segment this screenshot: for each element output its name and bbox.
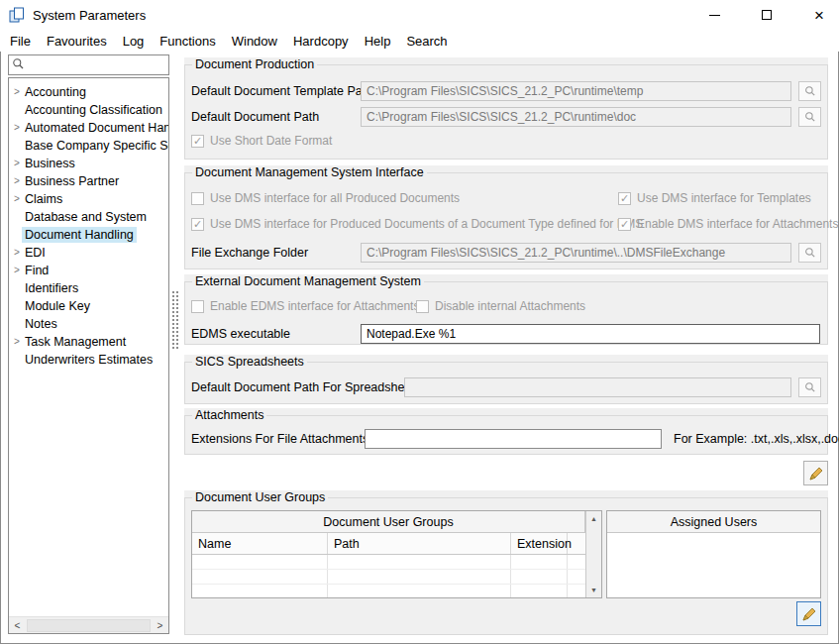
menu-log[interactable]: Log — [115, 31, 153, 52]
sidebar-item-underwriters-estimates[interactable]: Underwriters Estimates — [9, 351, 168, 369]
chevron-right-icon[interactable]: > — [9, 176, 21, 186]
search-input[interactable] — [28, 56, 168, 73]
sidebar-item-label: Identifiers — [22, 280, 81, 296]
grid-line — [567, 555, 568, 597]
sidebar-item-label: Business Partner — [22, 173, 122, 189]
chevron-right-icon[interactable]: > — [9, 123, 21, 133]
chevron-right-icon[interactable]: > — [9, 159, 21, 168]
column-header-extension: Extension — [511, 533, 568, 554]
menu-file[interactable]: File — [2, 31, 39, 52]
document-path-label: Default Document Path — [191, 107, 319, 127]
spreadsheet-path-label: Default Document Path For Spreadsheets — [191, 377, 421, 397]
window-title: System Parameters — [33, 8, 146, 23]
file-exchange-label: File Exchange Folder — [191, 243, 308, 263]
magnifier-icon — [804, 247, 816, 259]
group-document-production: Document Production Default Document Tem… — [184, 57, 828, 160]
magnifier-icon — [804, 85, 816, 97]
extensions-label: Extensions For File Attachments — [191, 429, 368, 449]
tree-horizontal-scrollbar[interactable]: < > — [9, 616, 168, 633]
group-external-dms: External Document Management System Enab… — [184, 274, 828, 345]
sidebar-item-task-management[interactable]: >Task Management — [9, 333, 168, 351]
menu-hardcopy[interactable]: Hardcopy — [285, 31, 357, 52]
chevron-right-icon[interactable]: > — [9, 194, 21, 204]
use-short-date-checkbox: ✓ Use Short Date Format — [191, 133, 332, 149]
close-icon: × — [814, 7, 824, 24]
checkbox-label: Use DMS interface for Templates — [637, 191, 811, 205]
sidebar-item-label: Document Handling — [22, 227, 137, 243]
menu-help[interactable]: Help — [357, 31, 399, 52]
scrollbar-thumb[interactable] — [27, 619, 151, 632]
checkbox-label: Enable EDMS interface for Attachments — [210, 299, 419, 313]
dms-attachments-checkbox: ✓ Enable DMS interface for Attachments — [618, 216, 838, 232]
extensions-field[interactable] — [365, 429, 662, 449]
sidebar-item-business-partner[interactable]: >Business Partner — [9, 172, 168, 190]
spreadsheet-path-field — [404, 377, 791, 397]
checkbox-box — [416, 300, 429, 313]
checkbox-label: Disable internal Attachments — [435, 299, 585, 313]
close-button[interactable]: × — [802, 0, 836, 30]
grid-header: Document User Groups — [192, 511, 585, 533]
scroll-down-icon[interactable]: ▼ — [590, 583, 597, 597]
scroll-left-icon[interactable]: < — [9, 620, 26, 631]
group-attachments: Attachments Extensions For File Attachme… — [184, 408, 828, 455]
chevron-right-icon[interactable]: > — [9, 248, 21, 258]
sidebar-item-automated-document-handling[interactable]: >Automated Document Handling — [9, 119, 168, 137]
minimize-button[interactable] — [697, 0, 731, 30]
group-title: External Document Management System — [192, 274, 424, 288]
column-header-name: Name — [192, 533, 328, 554]
magnifier-icon — [804, 111, 816, 123]
edit-attachments-button[interactable] — [803, 461, 828, 485]
minimize-icon — [709, 15, 720, 16]
menu-functions[interactable]: Functions — [152, 31, 223, 52]
group-sics-spreadsheets: SICS Spreadsheets Default Document Path … — [184, 355, 828, 404]
grid-vertical-scrollbar[interactable]: ▲ ▼ — [585, 511, 601, 597]
menu-search[interactable]: Search — [398, 31, 455, 52]
sidebar-item-accounting-classification[interactable]: Accounting Classification — [9, 101, 168, 119]
menu-window[interactable]: Window — [224, 31, 285, 52]
sidebar-item-document-handling[interactable]: Document Handling — [9, 226, 168, 244]
group-title: Attachments — [192, 408, 266, 422]
edms-executable-field[interactable] — [361, 324, 820, 344]
sidebar-item-accounting[interactable]: >Accounting — [9, 83, 168, 101]
sidebar-item-identifiers[interactable]: Identifiers — [9, 279, 168, 297]
checkbox-box: ✓ — [191, 218, 204, 231]
edms-executable-label: EDMS executable — [191, 324, 290, 344]
checkbox-box — [191, 192, 204, 205]
checkbox-box: ✓ — [191, 135, 204, 148]
chevron-right-icon[interactable]: > — [9, 337, 21, 347]
sidebar-item-label: Find — [22, 263, 52, 278]
checkbox-box: ✓ — [618, 218, 631, 231]
group-dms-interface: Document Management System Interface Use… — [184, 165, 828, 269]
menu-favourites[interactable]: Favourites — [39, 31, 115, 52]
grid-column-headers: Name Path Extension — [192, 533, 585, 555]
chevron-right-icon[interactable]: > — [9, 266, 21, 275]
grid-line — [327, 555, 328, 597]
sidebar-item-module-key[interactable]: Module Key — [9, 297, 168, 315]
chevron-right-icon[interactable]: > — [9, 87, 21, 97]
grid-line — [192, 569, 585, 570]
sidebar-search — [8, 54, 169, 75]
scroll-up-icon[interactable]: ▲ — [590, 511, 597, 526]
sidebar-item-claims[interactable]: >Claims — [9, 190, 168, 208]
checkbox-box: ✓ — [618, 192, 631, 205]
sidebar-item-find[interactable]: >Find — [9, 262, 168, 279]
document-path-browse-button — [798, 107, 821, 127]
edit-document-user-groups-button[interactable] — [796, 601, 821, 626]
template-path-field — [361, 81, 791, 101]
maximize-icon — [762, 10, 772, 20]
checkbox-label: Use DMS interface for Produced Documents… — [210, 217, 643, 231]
sidebar-item-base-company-specific-settings[interactable]: Base Company Specific Settings — [9, 137, 168, 155]
edms-disable-internal-checkbox: Disable internal Attachments — [416, 298, 585, 314]
sidebar-item-business[interactable]: >Business — [9, 155, 168, 172]
pencil-icon — [801, 606, 817, 622]
pencil-icon — [808, 466, 824, 482]
sidebar-item-edi[interactable]: >EDI — [9, 244, 168, 262]
sidebar-item-label: Automated Document Handling — [22, 120, 169, 136]
sidebar-item-label: Module Key — [22, 298, 93, 314]
sidebar-item-label: Database and System — [22, 209, 150, 225]
splitter-handle[interactable] — [171, 290, 179, 350]
sidebar-item-database-and-system[interactable]: Database and System — [9, 208, 168, 226]
sidebar-item-notes[interactable]: Notes — [9, 315, 168, 333]
maximize-button[interactable] — [750, 0, 784, 30]
scroll-right-icon[interactable]: > — [152, 620, 168, 631]
